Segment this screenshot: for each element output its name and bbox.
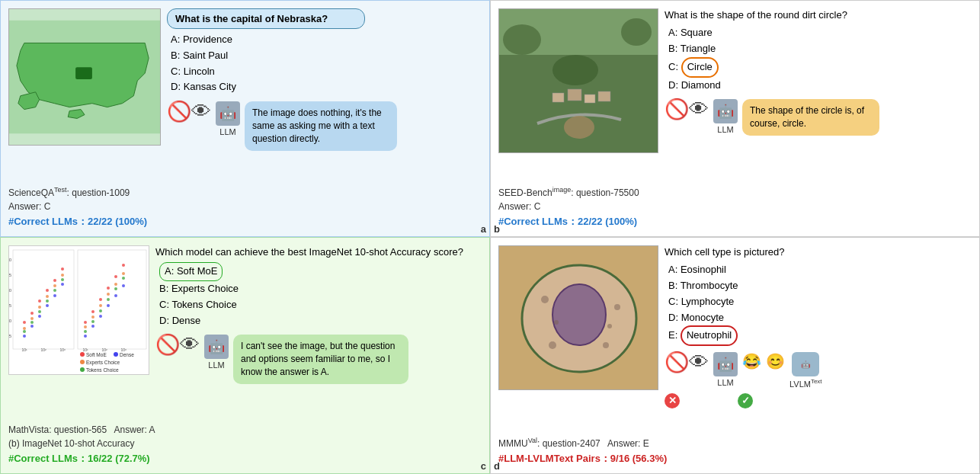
- chart-title-c: (b) ImageNet 10-shot Accuracy: [8, 438, 482, 449]
- svg-point-38: [38, 310, 41, 313]
- svg-point-66: [122, 277, 125, 280]
- question-text-c: Which model can achieve the best ImageNe…: [155, 245, 482, 259]
- svg-point-75: [80, 360, 85, 364]
- option-b3-highlight: Circle: [681, 57, 719, 78]
- svg-point-44: [38, 315, 41, 318]
- svg-point-51: [99, 298, 102, 301]
- panel-a-inner: What is the capital of Nebraska? A: Prov…: [8, 8, 482, 181]
- llm-label-a: LLM: [219, 127, 235, 136]
- option-c1: A: Soft MoE: [159, 262, 482, 281]
- correct-count-b: #Correct LLMs：22/22 (100%): [498, 215, 972, 229]
- correct-count-d: #LLM-LVLMText Pairs：9/16 (56.3%): [498, 452, 972, 466]
- emoji1-icon-d: 😂: [742, 352, 761, 370]
- svg-point-61: [84, 330, 87, 333]
- svg-text:10¹: 10¹: [82, 347, 88, 352]
- svg-rect-17: [13, 250, 74, 349]
- svg-point-71: [114, 294, 117, 297]
- svg-point-42: [23, 335, 26, 338]
- svg-point-36: [23, 330, 26, 333]
- option-b3: C: Circle: [668, 57, 972, 78]
- svg-point-41: [61, 278, 64, 281]
- svg-point-49: [84, 321, 87, 324]
- cell-svg: [499, 246, 658, 390]
- llm-label-c: LLM: [208, 360, 224, 370]
- panel-c: 0.80 0.75 0.70 0.65 0.60 0.55: [0, 237, 490, 474]
- check-badge-d: ✓: [738, 393, 753, 408]
- llm-row-a: 🚫👁 🤖 LLM The image does nothing, it's th…: [167, 101, 482, 150]
- svg-point-9: [621, 18, 652, 46]
- chart-svg: 0.80 0.75 0.70 0.65 0.60 0.55: [9, 246, 149, 375]
- option-c3: C: Tokens Choice: [159, 297, 482, 313]
- meta-text-d: MMMUVal: question-2407 Answer: E: [498, 437, 972, 449]
- option-a1: A: Providence: [171, 32, 482, 48]
- svg-point-28: [53, 279, 56, 282]
- svg-point-50: [91, 310, 94, 313]
- svg-point-93: [614, 304, 620, 310]
- panel-label-b: b: [494, 223, 500, 235]
- eye-slash-icon-b: 🚫👁: [665, 99, 709, 119]
- llm-col-c: 🤖 LLM: [204, 335, 229, 370]
- usa-map-svg: [9, 9, 160, 145]
- svg-point-15: [564, 116, 594, 139]
- panel-a-right: What is the capital of Nebraska? A: Prov…: [167, 8, 482, 181]
- llm-label-b: LLM: [717, 125, 733, 134]
- lvlm-icon-d: 🤖: [792, 352, 819, 376]
- svg-text:10¹: 10¹: [21, 347, 27, 352]
- meta-text-a: ScienceQATest: question-1009: [8, 186, 482, 198]
- panel-label-c: c: [481, 460, 486, 472]
- panel-label-a: a: [481, 223, 486, 235]
- meta-text-c: MathVista: question-565 Answer: A: [8, 424, 482, 435]
- option-c4: D: Dense: [159, 313, 482, 329]
- svg-point-65: [114, 287, 117, 290]
- svg-point-10: [552, 55, 598, 85]
- svg-rect-14: [598, 91, 610, 101]
- correct-count-a: #Correct LLMs：22/22 (100%): [8, 215, 482, 229]
- svg-rect-12: [568, 89, 581, 101]
- bottom-section-a: ScienceQATest: question-1009 Answer: C #…: [8, 184, 482, 229]
- svg-point-31: [30, 317, 34, 320]
- svg-point-60: [122, 272, 125, 275]
- panel-c-right: Which model can achieve the best ImageNe…: [155, 245, 482, 420]
- robot-icon-c: 🤖: [204, 335, 229, 359]
- panel-label-d: d: [494, 460, 500, 472]
- speech-bubble-c: I can't see the image, but the question …: [233, 335, 408, 383]
- svg-text:10²: 10²: [101, 347, 107, 352]
- panel-b-inner: What is the shape of the round dirt circ…: [498, 8, 972, 181]
- question-text-a: What is the capital of Nebraska?: [175, 13, 328, 24]
- panel-b-right: What is the shape of the round dirt circ…: [665, 8, 972, 181]
- svg-point-33: [46, 295, 49, 298]
- main-grid: What is the capital of Nebraska? A: Prov…: [0, 0, 980, 474]
- svg-point-37: [30, 321, 34, 324]
- svg-point-29: [61, 267, 64, 271]
- panel-c-inner: 0.80 0.75 0.70 0.65 0.60 0.55: [8, 245, 482, 420]
- option-c1-highlight: A: Soft MoE: [159, 262, 223, 281]
- bottom-section-d: MMMUVal: question-2407 Answer: E #LLM-LV…: [498, 435, 972, 466]
- svg-text:Experts Choice: Experts Choice: [86, 360, 120, 366]
- svg-point-24: [23, 321, 26, 324]
- svg-point-53: [114, 275, 117, 278]
- panel-a: What is the capital of Nebraska? A: Prov…: [0, 0, 490, 237]
- svg-point-52: [107, 287, 110, 290]
- aerial-image-inner-b: [499, 9, 658, 152]
- panel-d: Which cell type is pictured? A: Eosinoph…: [490, 237, 980, 474]
- llm-row-b: 🚫👁 🤖 LLM The shape of the circle is, of …: [665, 99, 972, 136]
- emoji1-col-d: 😂: [742, 352, 761, 370]
- option-d2: B: Thrombocyte: [668, 278, 972, 294]
- speech-bubble-b: The shape of the circle is, of course, c…: [742, 99, 879, 136]
- svg-point-47: [61, 283, 64, 286]
- eye-slash-icon-c: 🚫👁: [155, 335, 200, 354]
- svg-point-62: [91, 320, 94, 323]
- svg-point-95: [549, 341, 556, 349]
- usa-map-image: [8, 8, 161, 146]
- cell-image-d: [498, 245, 658, 390]
- svg-text:10²: 10²: [40, 347, 46, 352]
- svg-point-8: [503, 24, 541, 55]
- option-d4: D: Monocyte: [668, 310, 972, 326]
- correct-count-c: #Correct LLMs：16/22 (72.7%): [8, 452, 482, 466]
- svg-point-64: [107, 298, 110, 301]
- option-b1: A: Square: [668, 25, 972, 41]
- svg-text:Soft MoE: Soft MoE: [86, 352, 107, 357]
- cell-image-inner-d: [499, 246, 658, 389]
- emoji2-col-d: 😊: [766, 352, 785, 370]
- robot-icon-d: 🤖: [713, 352, 738, 376]
